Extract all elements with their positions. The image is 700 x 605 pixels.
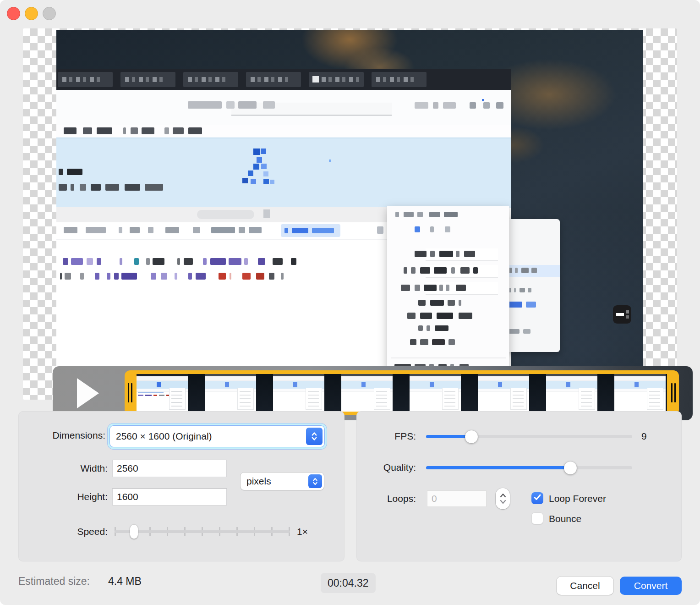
blur-token [80, 184, 86, 191]
blur-token [526, 302, 536, 308]
blur-token [451, 267, 455, 274]
thumb-banner [273, 381, 324, 389]
cancel-button[interactable]: Cancel [557, 577, 613, 595]
blur-token [456, 251, 459, 257]
blur-token [456, 285, 466, 291]
trim-handle-left[interactable] [128, 383, 129, 402]
convert-button[interactable]: Convert [620, 577, 682, 595]
chevron-updown-icon [308, 474, 322, 488]
bounce-checkbox[interactable] [531, 512, 543, 524]
blur-token [105, 184, 119, 191]
filmstrip-thumbnail[interactable] [410, 374, 461, 412]
trim-handle-right[interactable] [674, 383, 676, 402]
blur-token [60, 273, 62, 280]
filmstrip-thumbnail[interactable] [478, 374, 529, 412]
blur-token [120, 258, 122, 265]
thumb-panel [442, 388, 459, 410]
unit-select[interactable]: pixels [241, 473, 324, 490]
logo-pixel [261, 164, 267, 169]
filmstrip-thumbnail[interactable] [205, 374, 256, 412]
thumb-logo [361, 382, 366, 387]
logo-pixel [261, 148, 266, 154]
blur-token [420, 339, 428, 345]
speed-slider-thumb[interactable] [130, 525, 138, 539]
thumb-row [546, 389, 597, 392]
thumb-panel [169, 388, 186, 410]
thumb-body [478, 392, 529, 412]
recorded-tab [120, 72, 175, 87]
blur-token [249, 227, 262, 233]
video-frame[interactable]: Text Settings [56, 30, 643, 400]
recorded-tab [246, 72, 301, 87]
blur-token [151, 273, 156, 280]
blur-token [528, 288, 531, 292]
blur-token [196, 273, 206, 280]
blur-token [184, 258, 193, 265]
thumb-toolbar [614, 376, 666, 381]
check-icon [534, 494, 541, 500]
thumb-panel [510, 388, 527, 410]
quality-slider-thumb[interactable] [564, 462, 577, 474]
minimize-button[interactable] [25, 7, 38, 20]
blur-token [130, 227, 140, 233]
logo-pixel [251, 179, 256, 184]
trim-handle-left[interactable] [131, 383, 132, 402]
blur-token [417, 212, 423, 217]
blur-token [86, 227, 106, 233]
blur-token [439, 251, 453, 257]
blur-token [145, 184, 163, 191]
filmstrip-thumbnail[interactable] [341, 374, 393, 412]
blur-token [445, 226, 450, 232]
blur-token [464, 251, 475, 257]
blur-token [226, 101, 235, 109]
blur-token [95, 273, 99, 280]
thumb-toolbar [341, 376, 393, 381]
fps-slider[interactable] [426, 435, 632, 438]
height-input[interactable]: 1600 [112, 488, 227, 506]
loop-forever-checkbox[interactable] [531, 492, 543, 504]
recorded-side-panel [504, 219, 560, 352]
trim-handle-right[interactable] [671, 383, 673, 402]
blur-token [59, 169, 63, 175]
blur-token [415, 102, 428, 109]
blur-token [107, 273, 110, 280]
blur-token [80, 273, 84, 280]
fps-slider-thumb[interactable] [465, 430, 478, 443]
recorded-sub-toolbar [56, 207, 444, 222]
filmstrip-thumbnail[interactable] [137, 374, 188, 412]
stepper-down-icon [500, 500, 506, 504]
play-button[interactable] [77, 378, 99, 408]
blur-token [460, 267, 470, 274]
zoom-button[interactable] [43, 7, 56, 20]
filmstrip-thumbnails[interactable] [137, 374, 667, 412]
trim-selection[interactable] [125, 370, 679, 415]
blur-token [444, 212, 458, 217]
close-button[interactable] [7, 7, 20, 20]
blur-token [229, 258, 241, 265]
thumb-toolbar [478, 376, 529, 381]
speed-slider[interactable] [115, 530, 290, 533]
blur-token [420, 313, 432, 319]
filmstrip-thumbnail[interactable] [546, 374, 597, 412]
width-input[interactable]: 2560 [112, 460, 227, 477]
filmstrip-thumbnail[interactable] [614, 374, 666, 412]
blur-token [435, 325, 448, 331]
blur-token [404, 212, 414, 217]
quality-slider[interactable] [426, 466, 632, 469]
recorded-tab [183, 72, 238, 87]
thumb-tabbar [410, 374, 461, 376]
blur-token [430, 251, 435, 257]
blur-token [258, 258, 265, 265]
loops-input[interactable]: 0 [427, 490, 487, 507]
recorded-mute-badge [613, 305, 631, 324]
blur-token [448, 339, 455, 345]
speed-value: 1× [297, 526, 308, 537]
thumb-body [410, 392, 461, 412]
dimensions-label: Dimensions: [18, 430, 105, 441]
thumb-tabbar [478, 374, 529, 376]
filmstrip-thumbnail[interactable] [273, 374, 324, 412]
loops-stepper[interactable] [496, 488, 510, 509]
dimensions-select[interactable]: 2560 × 1600 (Original) [110, 426, 324, 447]
thumb-logo [293, 382, 297, 387]
blur-token [131, 127, 138, 134]
